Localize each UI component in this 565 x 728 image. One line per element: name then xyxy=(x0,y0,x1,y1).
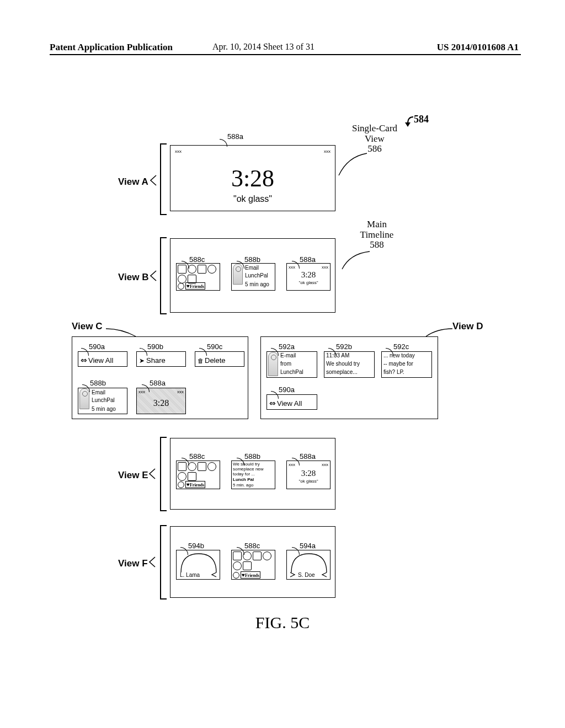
ref-588b-e: 588b xyxy=(244,452,260,461)
panel-b: ♥Friends 588c Email LunchPal 5 min ago 5… xyxy=(170,238,335,313)
label-llama: L. Lama xyxy=(180,572,200,578)
panel-e: ♥Friends 588c We should try someplace ne… xyxy=(170,438,335,510)
single-card-view-text: Single-Card View xyxy=(352,123,397,144)
header-left: Patent Application Publication xyxy=(50,42,173,53)
xxx-r: xxx xyxy=(322,265,328,270)
card-588a-large: xxx xxx 3:28 "ok glass" xyxy=(170,145,335,211)
h xyxy=(82,384,90,392)
xr: xxx xyxy=(322,462,328,467)
h xyxy=(140,348,147,356)
bracket-e xyxy=(160,437,161,511)
profile-icon xyxy=(180,552,217,574)
ref-588c-b: 588c xyxy=(189,255,205,264)
friends-caption: Friends xyxy=(245,573,259,578)
ref-588b-b: 588b xyxy=(244,255,260,264)
ref-590c: 590c xyxy=(207,342,222,351)
clock-sm: 3:28 xyxy=(287,270,330,280)
l2: from xyxy=(280,361,291,367)
share-icon xyxy=(139,356,146,365)
brace-f-angle xyxy=(148,556,156,568)
trash-icon xyxy=(198,356,205,365)
ref-594a: 594a xyxy=(300,542,316,550)
panel-f: L. Lama 594b ♥Friends 588c S. Doe 594a xyxy=(170,526,335,598)
email-l2: LunchPal xyxy=(245,272,268,279)
ref-588a-A: 588a xyxy=(227,132,243,141)
prompt-sm: "ok glass" xyxy=(287,280,330,285)
l1: Email xyxy=(92,389,105,395)
ref-594b: 594b xyxy=(188,542,204,550)
angle xyxy=(289,571,296,578)
brace-e-angle xyxy=(148,468,156,480)
label-view-a: View A xyxy=(118,176,148,188)
h xyxy=(292,458,300,465)
hook-588b-b xyxy=(237,261,244,269)
xxx-l: xxx xyxy=(175,149,182,154)
l2: -- maybe for xyxy=(383,361,413,367)
profile-icon xyxy=(290,552,328,574)
h xyxy=(199,348,207,356)
ref-588a-e: 588a xyxy=(300,452,316,461)
h xyxy=(237,458,244,465)
label-share: Share xyxy=(146,356,166,365)
prompt: "ok glass" xyxy=(170,194,335,204)
email-l1: Email xyxy=(245,265,259,271)
bracket-b xyxy=(160,237,161,314)
h xyxy=(292,547,300,555)
l2: LunchPal xyxy=(92,397,115,403)
pr: "ok glass" xyxy=(287,479,330,484)
angle xyxy=(211,571,217,578)
label-viewall: View All xyxy=(277,399,302,408)
l3: 5 min ago xyxy=(92,406,116,412)
label-view-e: View E xyxy=(118,470,148,481)
ref-588a-b: 588a xyxy=(300,255,316,264)
panel-d: E-mail from LunchPal 592a 11:03 AM We sh… xyxy=(260,336,438,419)
l3: someplace... xyxy=(326,369,358,375)
ref-588a-c: 588a xyxy=(150,379,166,387)
bracket-f xyxy=(160,525,161,599)
label-view-f: View F xyxy=(118,558,148,569)
hook-588c-b xyxy=(182,261,189,269)
hook-588a-b xyxy=(292,261,300,269)
arrow-584 xyxy=(404,116,414,131)
h xyxy=(237,547,244,555)
main-timeline-text: Main Timeline xyxy=(360,219,394,240)
l5: 5 min. ago xyxy=(233,483,253,488)
label-main-timeline: Main Timeline 588 xyxy=(352,220,402,250)
label-delete: Delete xyxy=(205,356,226,365)
h xyxy=(81,348,89,356)
h xyxy=(180,547,188,555)
leader-588 xyxy=(340,249,373,271)
ref-592b: 592b xyxy=(336,342,352,351)
ref-590a-d: 590a xyxy=(279,386,295,394)
friends-caption: Friends xyxy=(190,284,204,289)
h xyxy=(386,348,393,356)
ref-592a: 592a xyxy=(279,342,295,351)
clock: 3:28 xyxy=(170,164,335,192)
ref-588b-c: 588b xyxy=(90,379,106,387)
h xyxy=(328,348,336,356)
l3: today for ... xyxy=(233,472,255,477)
label-single-card-view: Single-Card View 586 xyxy=(344,124,405,154)
xr: xxx xyxy=(177,389,184,394)
bracket-a xyxy=(160,143,161,215)
header-mid: Apr. 10, 2014 Sheet 13 of 31 xyxy=(212,42,315,52)
h xyxy=(182,458,189,465)
l2: We should try xyxy=(326,361,360,367)
angle xyxy=(321,571,328,578)
label-sdoe: S. Doe xyxy=(298,572,315,578)
hook-588a-A xyxy=(220,139,227,147)
header-rule xyxy=(50,54,521,55)
ref-586: 586 xyxy=(367,143,382,154)
ref-588: 588 xyxy=(370,239,384,250)
h xyxy=(271,391,279,399)
l3: fish? LP. xyxy=(383,369,404,375)
brace-b-angle xyxy=(150,270,157,282)
ref-584: 584 xyxy=(414,114,429,125)
l4: Lunch Pal xyxy=(233,477,254,482)
figure-caption: FIG. 5C xyxy=(0,613,565,632)
leader-586 xyxy=(337,151,370,179)
ref-590a-c: 590a xyxy=(89,342,105,351)
label-view-b: View B xyxy=(118,272,148,283)
label-view-c: View C xyxy=(72,321,102,332)
email-l3: 5 min ago xyxy=(245,281,269,287)
